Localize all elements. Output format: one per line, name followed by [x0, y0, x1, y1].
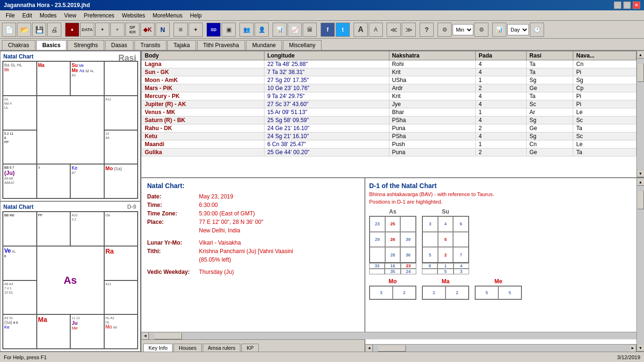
- tool2[interactable]: ⌖: [110, 23, 124, 37]
- table-row[interactable]: Saturn (R) - BK 25 Sg 58' 09.59" PSha 4 …: [142, 116, 636, 124]
- tab-mundane[interactable]: Mundane: [246, 40, 282, 50]
- table-row[interactable]: Maandi 6 Cn 38' 25.47" Push 1 Cn Le: [142, 140, 636, 148]
- tool1[interactable]: ✦: [95, 23, 109, 37]
- k-button[interactable]: ◆K: [140, 23, 155, 37]
- transit-button[interactable]: 🕐: [530, 23, 544, 37]
- maximize-button[interactable]: □: [623, 1, 631, 9]
- deity-button[interactable]: 🏛: [303, 23, 317, 37]
- bav-scroll-thumb[interactable]: [637, 190, 644, 209]
- open-button[interactable]: 📂: [17, 23, 31, 37]
- bav-su-c9: 7: [453, 247, 469, 263]
- table-row[interactable]: Mercury - PK 9 Ta 24' 29.75" Krit 4 Ta P…: [142, 92, 636, 100]
- horiz-track[interactable]: [149, 333, 364, 339]
- tab-kp[interactable]: KP: [241, 344, 259, 352]
- chart3-button[interactable]: 📈: [288, 23, 302, 37]
- tab-key-info[interactable]: Key Info: [143, 344, 173, 352]
- menu-help[interactable]: Help: [186, 11, 206, 20]
- menu-preferences[interactable]: Preferences: [80, 11, 118, 20]
- bav-scroll-track[interactable]: [637, 186, 644, 344]
- tab-transits[interactable]: Transits: [134, 40, 166, 50]
- tab-houses[interactable]: Houses: [173, 344, 201, 352]
- chart2-button[interactable]: 📊: [272, 23, 287, 37]
- tw-button[interactable]: t: [336, 23, 350, 37]
- sp-button[interactable]: SPKH: [125, 23, 140, 37]
- cell-b3-a7: A7: [72, 171, 76, 174]
- table-row[interactable]: Ketu 24 Sg 21' 16.10" PSha 4 Sg Sc: [142, 132, 636, 140]
- bav-scroll-left[interactable]: ◄: [365, 345, 373, 352]
- d9-cell-l2-ve: Ve: [4, 247, 11, 254]
- star-button[interactable]: ✦: [189, 23, 203, 37]
- bav-horiz-thumb[interactable]: [378, 345, 406, 352]
- tab-tajaka[interactable]: Tajaka: [167, 40, 196, 50]
- cell-pada: 2: [476, 148, 527, 156]
- col-nakshatra: Nakshatra: [389, 51, 476, 60]
- bav-horiz-scroll[interactable]: ◄ ►: [365, 344, 636, 352]
- table-row[interactable]: Mars - PiK 10 Ge 23' 10.76" Ardr 2 Ge Cp: [142, 84, 636, 92]
- tab-strengths[interactable]: Strengths: [67, 40, 104, 50]
- min-combo[interactable]: Min: [453, 24, 473, 35]
- table-row[interactable]: Gulika 25 Ge 44' 00.20" Puna 2 Ge Ta: [142, 148, 636, 156]
- scroll-up-arrow[interactable]: ▲: [637, 51, 644, 58]
- person-button[interactable]: 👤: [255, 23, 269, 37]
- cell-pada: 1: [476, 140, 527, 148]
- bav-horiz-scrollbar[interactable]: ◄ ►: [365, 344, 636, 352]
- bav-scroll-right[interactable]: ►: [629, 345, 636, 352]
- close-button[interactable]: ✕: [633, 1, 640, 9]
- menu-websites[interactable]: Websites: [118, 11, 149, 20]
- n-button[interactable]: N: [156, 23, 170, 37]
- print-button[interactable]: 🖨: [47, 23, 61, 37]
- help-button[interactable]: ?: [420, 23, 434, 37]
- info-horiz-scrollbar[interactable]: ◄ ►: [141, 332, 364, 339]
- bav-horiz-track[interactable]: [373, 345, 629, 352]
- tab-tithi-pravesha[interactable]: Tithi Pravesha: [197, 40, 245, 50]
- table-row[interactable]: Venus - MK 15 Ar 09' 51.13" Bhar 1 Ar Le: [142, 108, 636, 116]
- tab-miscellany[interactable]: Miscellany: [283, 40, 322, 50]
- table-row[interactable]: Lagna 22 Ta 48' 25.88" Rohi 4 Ta Cn: [142, 60, 636, 68]
- menu-view[interactable]: View: [60, 11, 80, 20]
- window-controls[interactable]: _ □ ✕: [614, 1, 640, 9]
- table-scrollbar[interactable]: ▲ ▼: [636, 51, 644, 177]
- cell-t3-12: 12: [85, 69, 89, 73]
- new-button[interactable]: 📄: [2, 23, 16, 37]
- minimize-button[interactable]: _: [614, 1, 621, 9]
- table-row[interactable]: Moon - AmK 27 Sg 20' 17.35" USha 1 Sg Sg: [142, 76, 636, 84]
- menu-edit[interactable]: Edit: [18, 11, 36, 20]
- day-combo[interactable]: Day: [507, 24, 529, 35]
- sd-button[interactable]: SD: [206, 23, 221, 37]
- menu-modes[interactable]: Modes: [36, 11, 60, 20]
- bav-scroll-down[interactable]: ▼: [637, 344, 644, 352]
- bav-vert-scrollbar[interactable]: ▲ ▼: [636, 178, 644, 352]
- tab-amsa-rulers[interactable]: Amsa rulers: [203, 344, 241, 352]
- right-arrow[interactable]: ≫: [402, 23, 416, 37]
- table-row[interactable]: Rahu - DK 24 Ge 21' 16.10" Puna 2 Ge Ta: [142, 124, 636, 132]
- save-button[interactable]: 💾: [32, 23, 46, 37]
- cell-rasi: Ge: [527, 84, 573, 92]
- menu-file[interactable]: File: [2, 11, 18, 20]
- settings-button[interactable]: ⚙: [438, 23, 452, 37]
- scroll-thumb[interactable]: [637, 63, 644, 82]
- chart-button[interactable]: ●: [65, 23, 79, 37]
- bav-su-c3: 6: [453, 216, 469, 232]
- fb-button[interactable]: f: [321, 23, 335, 37]
- tab-basics[interactable]: Basics: [36, 40, 67, 50]
- horiz-thumb[interactable]: [154, 333, 182, 339]
- data-button[interactable]: DATA: [80, 23, 94, 37]
- font-small[interactable]: A: [369, 23, 383, 37]
- chart4-button[interactable]: 📊: [492, 23, 506, 37]
- left-arrow[interactable]: ≪: [387, 23, 401, 37]
- tab-chakras[interactable]: Chakras: [2, 40, 35, 50]
- scroll-left-arrow[interactable]: ◄: [141, 332, 149, 340]
- people-button[interactable]: 👥: [239, 23, 254, 37]
- table-row[interactable]: Jupiter (R) - AK 27 Sc 37' 43.60" Jye 4 …: [142, 100, 636, 108]
- font-large[interactable]: A: [354, 23, 368, 37]
- scroll-track[interactable]: [637, 58, 644, 170]
- bav-scroll-up[interactable]: ▲: [637, 178, 644, 186]
- tab-dasas[interactable]: Dasas: [105, 40, 133, 50]
- box-button[interactable]: ▣: [222, 23, 236, 37]
- menu-moremenus[interactable]: MoreMenus: [149, 11, 186, 20]
- grid-button[interactable]: ⊞: [173, 23, 188, 37]
- ayanamsa-button[interactable]: ⚙: [474, 23, 488, 37]
- table-row[interactable]: Sun - GK 7 Ta 32' 38.31" Krit 4 Ta Pi: [142, 68, 636, 76]
- scroll-down-arrow[interactable]: ▼: [637, 170, 644, 177]
- cell-nakshatra: Push: [389, 140, 476, 148]
